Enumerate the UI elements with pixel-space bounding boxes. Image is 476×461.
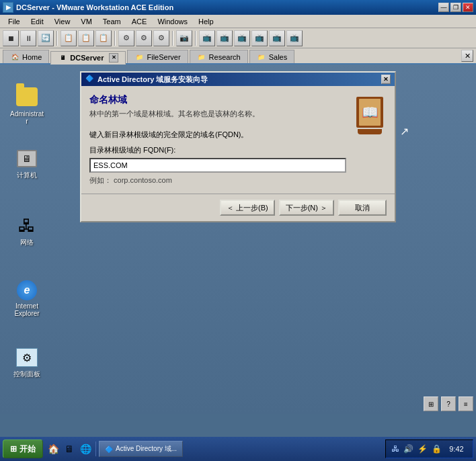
dialog-body: 命名林域 林中的第一个域是林根域。其名称也是该林的名称。 键入新目录林根级域的完…: [81, 86, 395, 194]
fileserver-icon: 📁: [134, 52, 144, 62]
desktop: Administratr 🖥 计算机 🖧 网络 e InternetExplor…: [0, 65, 476, 414]
dialog-sidebar: 📖: [353, 94, 387, 185]
menu-help[interactable]: Help: [193, 16, 219, 27]
toolbar-btn-4[interactable]: 📋: [61, 30, 77, 46]
tab-sales-label: Sales: [269, 53, 288, 61]
toolbar-btn-10[interactable]: 📷: [176, 30, 192, 46]
fqdn-field-label: 目录林根级域的 FQDN(F):: [89, 145, 346, 155]
tab-research[interactable]: 📁 Research: [190, 50, 248, 63]
toolbar-pause-btn[interactable]: ⏸: [20, 30, 36, 46]
corner-btn-3[interactable]: ≡: [459, 396, 473, 411]
cancel-button[interactable]: 取消: [338, 200, 387, 216]
menu-team[interactable]: Team: [97, 16, 126, 27]
dialog-instruction: 键入新目录林根级域的完全限定的域名(FQDN)。: [89, 130, 346, 140]
tab-research-label: Research: [209, 53, 241, 61]
tab-bar: 🏠 Home 🖥 DCServer ✕ 📁 FileServer 📁 Resea…: [0, 48, 476, 65]
tray-icon-2: 🔊: [403, 444, 413, 454]
toolbar-sep-4: [195, 31, 196, 46]
restore-button[interactable]: ❒: [450, 3, 461, 12]
tab-fileserver[interactable]: 📁 FileServer: [127, 50, 188, 63]
app-title: DCServer - VMware Workstation ACE Editio…: [16, 3, 173, 11]
sales-icon: 📁: [257, 52, 266, 62]
menu-vm[interactable]: VM: [75, 16, 97, 27]
start-button[interactable]: ⊞ 开始: [3, 439, 43, 458]
app-icon: ▶: [3, 2, 13, 13]
dialog-close-button[interactable]: ✕: [381, 75, 391, 84]
book-pages: 📖: [362, 104, 379, 120]
tabbar-close-btn[interactable]: ✕: [461, 50, 473, 62]
quick-launch: 🏠 🖥 🌐: [46, 442, 96, 456]
toolbar-btn-6[interactable]: 📋: [95, 30, 112, 46]
tab-dcserver[interactable]: 🖥 DCServer ✕: [50, 51, 126, 65]
toolbar-power-btn[interactable]: ⏹: [3, 30, 19, 46]
toolbar: ⏹ ⏸ 🔄 📋 📋 📋 ⚙ ⚙ ⚙ 📷 📺 📺 📺 📺 📺 📺: [0, 28, 476, 48]
clock: 9:42: [446, 445, 467, 453]
toolbar-btn-14[interactable]: 📺: [251, 30, 268, 46]
toolbar-sep-2: [114, 31, 116, 46]
dialog-title: Active Directory 域服务安装向导: [97, 75, 208, 85]
menu-edit[interactable]: Edit: [26, 16, 49, 27]
start-label: 开始: [19, 444, 36, 455]
toolbar-btn-8[interactable]: ⚙: [136, 30, 152, 46]
dialog-title-icon: 🔷: [85, 75, 95, 84]
dialog-overlay: 🔷 Active Directory 域服务安装向导 ✕ 命名林域 林中的第一个…: [0, 65, 476, 414]
dcserver-icon: 🖥: [58, 53, 67, 62]
start-icon: ⊞: [10, 444, 17, 454]
back-button[interactable]: ＜ 上一步(B): [220, 200, 275, 216]
tab-fileserver-label: FileServer: [147, 53, 180, 61]
toolbar-btn-13[interactable]: 📺: [234, 30, 250, 46]
desktop-corner-icons: ⊞ ? ≡: [424, 396, 473, 411]
fqdn-input[interactable]: [89, 158, 346, 173]
close-button[interactable]: ✕: [463, 3, 473, 12]
taskbar: ⊞ 开始 🏠 🖥 🌐 🔷 Active Directory 域... 🖧 🔊 ⚡…: [0, 437, 476, 461]
home-icon: 🏠: [10, 52, 19, 62]
toolbar-sep-1: [56, 31, 58, 46]
toolbar-sep-3: [172, 31, 173, 46]
corner-btn-2[interactable]: ?: [441, 396, 456, 411]
tray-icon-1: 🖧: [391, 444, 399, 454]
menu-windows[interactable]: Windows: [152, 16, 193, 27]
corner-btn-1[interactable]: ⊞: [424, 396, 438, 411]
active-directory-dialog: 🔷 Active Directory 域服务安装向导 ✕ 命名林域 林中的第一个…: [80, 71, 396, 222]
toolbar-btn-12[interactable]: 📺: [216, 30, 233, 46]
ql-btn-2[interactable]: 🖥: [62, 442, 77, 456]
dialog-section-desc: 林中的第一个域是林根域。其名称也是该林的名称。: [89, 109, 346, 119]
next-button[interactable]: 下一步(N) ＞: [279, 200, 334, 216]
title-bar: ▶ DCServer - VMware Workstation ACE Edit…: [0, 0, 476, 15]
system-tray: 🖧 🔊 ⚡ 🔒 9:42: [385, 439, 473, 458]
minimize-button[interactable]: —: [438, 3, 449, 12]
toolbar-btn-9[interactable]: ⚙: [153, 30, 169, 46]
menu-bar: File Edit View VM Team ACE Windows Help: [0, 15, 476, 28]
tray-icon-4: 🔒: [432, 444, 442, 454]
tab-dcserver-label: DCServer: [70, 54, 104, 62]
dialog-footer: ＜ 上一步(B) 下一步(N) ＞ 取消: [81, 194, 395, 221]
toolbar-restart-btn[interactable]: 🔄: [38, 30, 54, 46]
toolbar-btn-15[interactable]: 📺: [269, 30, 285, 46]
tab-home[interactable]: 🏠 Home: [3, 50, 49, 63]
research-icon: 📁: [197, 52, 206, 62]
menu-view[interactable]: View: [49, 16, 76, 27]
tab-dcserver-close[interactable]: ✕: [109, 53, 118, 62]
taskbar-window-label: Active Directory 域...: [116, 444, 177, 454]
ql-btn-3[interactable]: 🌐: [78, 442, 93, 456]
taskbar-window-icon: 🔷: [105, 446, 113, 453]
dialog-section-title: 命名林域: [89, 94, 346, 106]
toolbar-btn-7[interactable]: ⚙: [118, 30, 134, 46]
app-icon-text: ▶: [6, 4, 11, 11]
dialog-titlebar: 🔷 Active Directory 域服务安装向导 ✕: [81, 73, 395, 86]
book-stand: [358, 129, 382, 134]
toolbar-btn-11[interactable]: 📺: [199, 30, 215, 46]
window-controls: — ❒ ✕: [438, 3, 473, 12]
menu-file[interactable]: File: [3, 16, 26, 27]
toolbar-btn-16[interactable]: 📺: [286, 30, 303, 46]
menu-ace[interactable]: ACE: [126, 16, 153, 27]
taskbar-active-window[interactable]: 🔷 Active Directory 域...: [99, 441, 183, 457]
tab-home-label: Home: [22, 53, 42, 61]
tab-sales[interactable]: 📁 Sales: [249, 50, 295, 63]
dialog-main-content: 命名林域 林中的第一个域是林根域。其名称也是该林的名称。 键入新目录林根级域的完…: [89, 94, 346, 185]
tray-icon-3: ⚡: [418, 444, 428, 454]
reference-book-icon: 📖: [356, 97, 383, 134]
toolbar-btn-5[interactable]: 📋: [78, 30, 94, 46]
field-example: 例如： corp.contoso.com: [89, 175, 346, 185]
ql-btn-1[interactable]: 🏠: [46, 442, 61, 456]
